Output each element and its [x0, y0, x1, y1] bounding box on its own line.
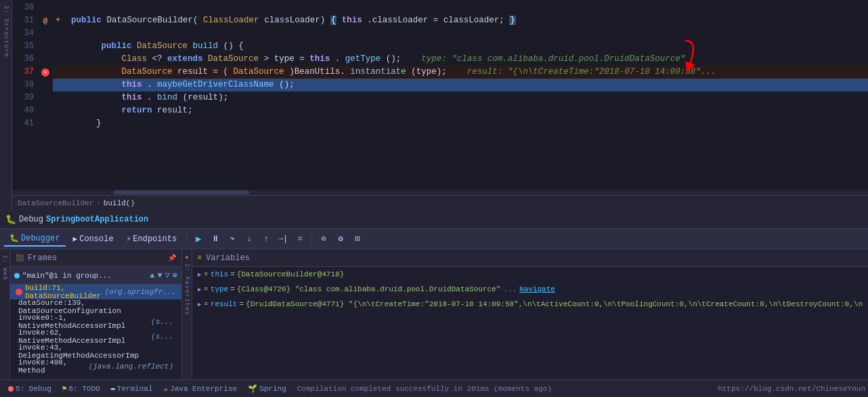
favorites-icon-star: ★	[185, 249, 188, 261]
code-line-40: return result;	[53, 104, 868, 117]
side-tab-structure[interactable]: 2: Structure	[0, 0, 12, 210]
btn-step-out[interactable]: ↑	[259, 232, 274, 247]
code-line-35: public DataSource build () {	[53, 40, 868, 53]
btn-pause[interactable]: ⏸	[208, 232, 223, 247]
debug-panel: 🐛 Debug SpringbootApplication 🐛 Debugger…	[0, 210, 868, 379]
status-bar: 5: Debug ⚑ 6: TODO ▬ Terminal ☕ Java Ent…	[0, 379, 868, 397]
java-enterprise-icon: ☕	[163, 384, 168, 393]
gutter: @ ✕	[38, 0, 53, 190]
variables-icon: ≡	[198, 254, 202, 262]
var-eq-this: =	[230, 270, 235, 278]
btn-run-to-cursor[interactable]: →|	[276, 232, 290, 247]
debug-dot	[8, 386, 14, 392]
code-lines: + public DataSourceBuilder( ClassLoader …	[53, 0, 868, 190]
app-name: SpringbootApplication	[46, 215, 148, 224]
frame-nav-filter[interactable]: ▽	[165, 270, 170, 280]
status-tab-debug[interactable]: 5: Debug	[3, 381, 57, 396]
structure-label: 2: Structure	[3, 0, 9, 58]
status-tab-todo[interactable]: ⚑ 6: TODO	[57, 381, 106, 396]
var-icon-type: ≡	[204, 286, 207, 293]
editor-scrollbar[interactable]	[12, 190, 868, 195]
status-java-label: Java Enterprise	[170, 385, 237, 393]
line-num-31: 31	[12, 14, 34, 27]
var-eq-result: =	[239, 300, 244, 308]
status-tab-java-enterprise[interactable]: ☕ Java Enterprise	[158, 381, 242, 396]
btn-evaluate[interactable]: ⌗	[292, 232, 307, 247]
toolbar-sep-1	[186, 233, 187, 245]
var-arrow-result: ▶	[198, 301, 201, 308]
frame-nav-down[interactable]: ▼	[157, 271, 162, 280]
frame-nav-up[interactable]: ▲	[150, 271, 154, 280]
frame-item-2[interactable]: dataSource:139, DataSourceConfiguration	[10, 299, 181, 314]
terminal-icon: ▬	[111, 385, 115, 392]
var-name-result: result	[211, 300, 238, 308]
code-line-41: }	[53, 117, 868, 130]
error-indicator-37: ✕	[38, 66, 53, 79]
frame-3-name: invoke0:-1, NativeMethodAccessorImpl	[18, 314, 149, 330]
frame-item-4[interactable]: invoke:62, NativeMethodAccessorImpl (s..…	[10, 329, 181, 344]
variables-header: ≡ Variables	[192, 249, 868, 267]
tab-endpoints[interactable]: ⚡ Endpoints	[121, 232, 182, 247]
line-num-41: 41	[12, 117, 34, 130]
btn-resume[interactable]: ▶	[191, 232, 206, 247]
var-item-type[interactable]: ▶ ≡ type = {Class@4720} "class com.aliba…	[192, 282, 868, 297]
var-item-result[interactable]: ▶ ≡ result = {DruidDataSource@4771} "{\n…	[192, 297, 868, 312]
status-terminal-label: Terminal	[117, 385, 153, 393]
tab-console[interactable]: ▶ Console	[68, 232, 119, 247]
frame-ctrl-pin[interactable]: 📌	[168, 254, 176, 262]
thread-row[interactable]: "main"@1 in group... ▲ ▼ ▽ ⊕	[10, 267, 181, 285]
frame-nav-add[interactable]: ⊕	[173, 270, 177, 280]
code-line-39: this . bind (result);	[53, 91, 868, 104]
web-tab-label[interactable]: 1: Web	[1, 249, 8, 280]
spring-icon: 🌱	[248, 384, 257, 393]
editor-area: 30 31 34 35 36 37 38 39 40 41 @	[12, 0, 868, 210]
btn-step-over[interactable]: ↷	[225, 232, 240, 247]
frame-item-1[interactable]: build:71, DataSourceBuilder (org.springf…	[10, 285, 181, 299]
btn-mute-breakpoints[interactable]: ⊘	[316, 232, 331, 247]
btn-step-into[interactable]: ↓	[242, 232, 257, 247]
frame-item-6[interactable]: invoke:498, Method (java.lang.reflect)	[10, 359, 181, 374]
bug-icon: 🐛	[5, 214, 16, 225]
frame-1-pkg: (org.springfr...	[104, 288, 176, 296]
debug-toolbar: 🐛 Debugger ▶ Console ⚡ Endpoints ▶ ⏸ ↷ ↓…	[0, 229, 868, 249]
breadcrumb: DataSourceBuilder › build()	[12, 195, 868, 210]
line-numbers: 30 31 34 35 36 37 38 39 40 41	[12, 0, 38, 190]
var-navigate-link[interactable]: Navigate	[519, 285, 555, 293]
error-dot	[16, 289, 22, 295]
line-num-34: 34	[12, 27, 34, 40]
status-tab-terminal[interactable]: ▬ Terminal	[106, 381, 158, 396]
variables-label: Variables	[206, 253, 250, 263]
frame-6-name: invoke:498, Method	[18, 358, 87, 375]
frames-header: ⬛ Frames 📌	[10, 249, 181, 267]
frame-4-pkg: (s...	[151, 333, 173, 341]
tab-debugger[interactable]: 🐛 Debugger	[4, 232, 66, 247]
frame-3-pkg: (s...	[151, 318, 173, 326]
breadcrumb-separator: ›	[96, 199, 101, 207]
debugger-icon: 🐛	[9, 234, 19, 243]
btn-restore[interactable]: ⊡	[350, 232, 365, 247]
code-line-30	[53, 1, 868, 14]
line-num-35: 35	[12, 40, 34, 53]
favorites-side-tab[interactable]: ★ 2: Favorites	[182, 249, 192, 379]
var-val-result: {DruidDataSource@4771} "{\n\tCreateTime:…	[246, 300, 863, 308]
code-line-31: + public DataSourceBuilder( ClassLoader …	[53, 14, 868, 27]
frame-1-name: build:71, DataSourceBuilder	[25, 285, 103, 300]
code-line-37: DataSource result = ( DataSource )BeanUt…	[53, 66, 868, 79]
frames-list: build:71, DataSourceBuilder (org.springf…	[10, 285, 181, 379]
var-item-this[interactable]: ▶ ≡ this = {DataSourceBuilder@4718}	[192, 267, 868, 282]
status-url: https://blog.csdn.net/ChineseYoun	[718, 385, 865, 393]
code-line-34	[53, 27, 868, 40]
frame-2-name: dataSource:139, DataSourceConfiguration	[18, 299, 173, 315]
frame-item-3[interactable]: invoke0:-1, NativeMethodAccessorImpl (s.…	[10, 314, 181, 329]
line-31-gutter: @	[38, 14, 53, 27]
line-num-40: 40	[12, 104, 34, 117]
line-num-30: 30	[12, 1, 34, 14]
var-icon-this: ≡	[204, 271, 207, 278]
favorites-label: 2: Favorites	[183, 261, 190, 316]
frame-item-5[interactable]: invoke:43, DelegatingMethodAccessorImp	[10, 344, 181, 359]
btn-settings[interactable]: ⚙	[333, 232, 348, 247]
var-val-this: {DataSourceBuilder@4718}	[237, 270, 344, 278]
compilation-message: Compilation completed successfully in 20…	[297, 385, 552, 393]
var-name-this: this	[211, 270, 228, 278]
status-tab-spring[interactable]: 🌱 Spring	[242, 381, 292, 396]
